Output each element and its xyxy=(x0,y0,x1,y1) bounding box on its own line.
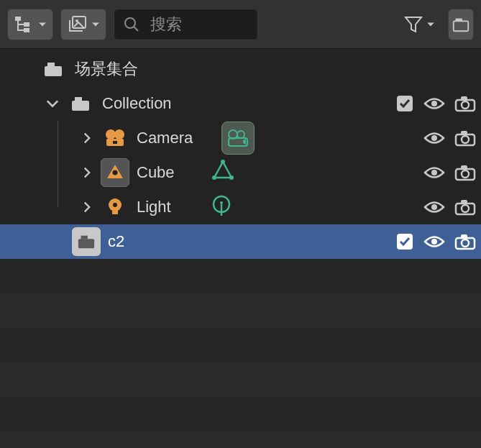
svg-point-53 xyxy=(462,239,469,247)
svg-point-23 xyxy=(237,131,244,138)
svg-rect-27 xyxy=(461,131,467,134)
svg-rect-48 xyxy=(81,236,88,239)
svg-point-29 xyxy=(113,170,118,175)
svg-rect-21 xyxy=(113,141,117,144)
empty-rows-bg xyxy=(0,259,481,448)
search-placeholder: 搜索 xyxy=(150,14,182,35)
svg-point-5 xyxy=(125,18,135,28)
chevron-down-icon xyxy=(38,20,47,29)
cube-row[interactable]: Cube xyxy=(0,155,481,190)
svg-line-6 xyxy=(134,27,138,31)
svg-point-19 xyxy=(114,129,124,140)
display-mode-button[interactable] xyxy=(7,9,53,40)
svg-rect-8 xyxy=(456,18,462,21)
visibility-eye-icon[interactable] xyxy=(423,165,445,180)
svg-rect-16 xyxy=(461,96,467,100)
svg-rect-11 xyxy=(72,101,89,111)
collection-icon xyxy=(39,55,68,83)
camera-label: Camera xyxy=(137,129,193,147)
svg-rect-35 xyxy=(461,165,467,169)
camera-data-icon[interactable] xyxy=(221,122,255,155)
svg-point-39 xyxy=(113,203,117,207)
disclosure-toggle[interactable] xyxy=(78,129,96,147)
light-data-icon[interactable] xyxy=(210,194,233,221)
scene-collection-row[interactable]: 场景集合 xyxy=(0,52,481,86)
funnel-icon xyxy=(403,14,423,35)
svg-rect-0 xyxy=(15,17,21,21)
chevron-down-icon xyxy=(91,20,100,29)
disclosure-toggle[interactable] xyxy=(78,198,96,216)
scene-collection-label: 场景集合 xyxy=(75,58,138,80)
visibility-eye-icon[interactable] xyxy=(423,199,445,215)
render-camera-icon[interactable] xyxy=(454,198,477,216)
svg-rect-2 xyxy=(24,28,29,32)
light-label: Light xyxy=(137,198,171,216)
outliner-tree: 场景集合 Collection xyxy=(0,49,481,259)
svg-rect-47 xyxy=(78,239,94,248)
collection-icon xyxy=(66,89,95,118)
disclosure-toggle[interactable] xyxy=(43,94,62,113)
svg-rect-10 xyxy=(47,63,55,66)
search-input[interactable]: 搜索 xyxy=(114,9,258,40)
hierarchy-icon xyxy=(14,15,35,34)
svg-point-41 xyxy=(220,201,223,204)
svg-rect-45 xyxy=(461,200,467,204)
camera-object-icon xyxy=(101,124,129,152)
new-collection-icon xyxy=(452,15,470,34)
search-icon xyxy=(123,16,140,33)
mesh-data-icon[interactable] xyxy=(211,159,235,187)
c2-label: c2 xyxy=(108,232,124,251)
cube-label: Cube xyxy=(137,163,175,182)
svg-point-33 xyxy=(431,170,437,175)
svg-rect-9 xyxy=(45,66,62,76)
light-object-icon xyxy=(101,193,129,221)
svg-point-43 xyxy=(431,204,437,210)
camera-row[interactable]: Camera xyxy=(0,121,481,155)
svg-point-46 xyxy=(462,205,469,212)
svg-rect-1 xyxy=(24,22,29,27)
svg-point-28 xyxy=(462,136,469,143)
render-camera-icon[interactable] xyxy=(454,95,477,112)
render-camera-icon[interactable] xyxy=(454,129,477,147)
visibility-eye-icon[interactable] xyxy=(423,130,445,146)
new-collection-button[interactable] xyxy=(448,9,474,40)
disclosure-toggle[interactable] xyxy=(78,163,96,182)
filter-button[interactable] xyxy=(398,9,441,40)
c2-collection-row[interactable]: c2 xyxy=(0,224,481,259)
collection-label: Collection xyxy=(102,94,172,113)
svg-point-18 xyxy=(106,129,116,140)
exclude-checkbox-icon[interactable] xyxy=(395,232,415,252)
svg-point-50 xyxy=(431,239,437,244)
svg-point-14 xyxy=(431,101,437,106)
view-mode-button[interactable] xyxy=(60,9,106,40)
svg-point-36 xyxy=(462,170,469,178)
outliner-toolbar: 搜索 xyxy=(0,0,481,49)
mesh-object-icon xyxy=(101,158,129,187)
exclude-checkbox-icon[interactable] xyxy=(395,93,415,114)
images-icon xyxy=(67,15,88,34)
svg-rect-12 xyxy=(75,97,82,101)
svg-point-31 xyxy=(229,175,234,180)
svg-rect-52 xyxy=(461,234,467,238)
light-row[interactable]: Light xyxy=(0,190,481,224)
svg-point-25 xyxy=(431,135,437,141)
svg-point-32 xyxy=(212,175,216,180)
svg-rect-7 xyxy=(454,21,468,31)
collection-row[interactable]: Collection xyxy=(0,86,481,121)
render-camera-icon[interactable] xyxy=(454,233,477,250)
svg-rect-38 xyxy=(112,211,118,214)
svg-point-17 xyxy=(462,101,469,109)
visibility-eye-icon[interactable] xyxy=(423,234,445,250)
chevron-down-icon xyxy=(426,20,435,29)
render-camera-icon[interactable] xyxy=(454,164,477,181)
svg-point-30 xyxy=(221,160,225,164)
collection-icon xyxy=(72,227,101,256)
visibility-eye-icon[interactable] xyxy=(423,96,445,111)
